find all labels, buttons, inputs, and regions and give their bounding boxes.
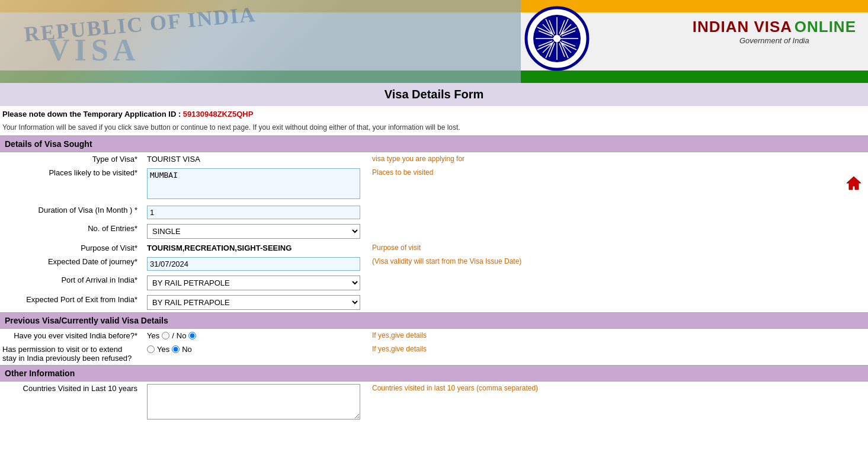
home-icon-area[interactable] <box>845 175 862 194</box>
no-of-entries-help <box>367 222 868 241</box>
type-of-visa-value: TOURIST VISA <box>142 152 367 166</box>
expected-date-help: (Visa validity will start from the Visa … <box>367 255 868 273</box>
app-id-label: Please note down the Temporary Applicati… <box>2 110 183 118</box>
duration-input[interactable] <box>147 206 360 219</box>
port-of-arrival-select[interactable]: BY RAIL PETRAPOLE BY AIR MUMBAI BY AIR D… <box>147 276 360 290</box>
expected-date-input[interactable] <box>147 257 360 271</box>
places-to-visit-row: Places likely to be visited* MUMBAI Plac… <box>0 166 868 203</box>
port-of-exit-row: Expected Port of Exit from India* BY RAI… <box>0 293 868 312</box>
app-id-row: Please note down the Temporary Applicati… <box>0 106 868 122</box>
ashoka-wheel <box>524 6 590 71</box>
no-of-entries-input-cell: SINGLE DOUBLE MULTIPLE <box>142 222 367 241</box>
svg-point-27 <box>553 35 560 42</box>
places-to-visit-input-cell: MUMBAI <box>142 166 367 203</box>
purpose-of-visit-label: Purpose of Visit* <box>0 241 142 255</box>
purpose-of-visit-row: Purpose of Visit* TOURISM,RECREATION,SIG… <box>0 241 868 255</box>
port-of-arrival-input-cell: BY RAIL PETRAPOLE BY AIR MUMBAI BY AIR D… <box>142 273 367 293</box>
places-to-visit-label: Places likely to be visited* <box>0 166 142 203</box>
type-of-visa-help: visa type you are applying for <box>367 152 868 166</box>
visited-before-slash: / <box>172 331 174 340</box>
permission-refused-help: If yes,give details <box>367 342 868 365</box>
duration-help <box>367 203 868 222</box>
type-of-visa-label: Type of Visa* <box>0 152 142 166</box>
port-of-exit-select[interactable]: BY RAIL PETRAPOLE BY AIR MUMBAI BY AIR D… <box>147 295 360 310</box>
port-of-exit-input-cell: BY RAIL PETRAPOLE BY AIR MUMBAI BY AIR D… <box>142 293 367 312</box>
countries-visited-input-cell <box>142 382 367 424</box>
visited-before-radio-group: Yes / No <box>147 331 196 340</box>
expected-date-row: Expected Date of journey* (Visa validity… <box>0 255 868 273</box>
previous-visa-table: Have you ever visited India before?* Yes… <box>0 329 868 365</box>
visited-before-no-label: No <box>177 331 187 340</box>
visa-sought-table: Type of Visa* TOURIST VISA visa type you… <box>0 152 868 312</box>
port-of-arrival-label: Port of Arrival in India* <box>0 273 142 293</box>
countries-visited-label: Countries Visited in Last 10 years <box>0 382 142 424</box>
svg-marker-28 <box>847 177 861 190</box>
type-of-visa-row: Type of Visa* TOURIST VISA visa type you… <box>0 152 868 166</box>
page-title: Visa Details Form <box>385 88 483 101</box>
permission-refused-no-radio[interactable] <box>172 345 180 353</box>
permission-refused-no-label: No <box>182 345 192 354</box>
other-info-table: Countries Visited in Last 10 years Count… <box>0 382 868 424</box>
brand-area: INDIAN VISA ONLINE Government of India <box>693 18 856 45</box>
places-to-visit-input[interactable]: MUMBAI <box>147 168 360 199</box>
places-to-visit-help: Places to be visited <box>367 166 868 203</box>
visited-before-yes-label: Yes <box>147 331 159 340</box>
no-of-entries-row: No. of Entries* SINGLE DOUBLE MULTIPLE <box>0 222 868 241</box>
permission-refused-label: Has permission to visit or to extend sta… <box>0 342 142 365</box>
visited-before-input-cell: Yes / No <box>142 329 367 342</box>
permission-refused-radio-group: Yes No <box>147 345 192 354</box>
port-of-exit-help <box>367 293 868 312</box>
permission-refused-input-cell: Yes No <box>142 342 367 365</box>
visa-stamp-text: VISA <box>47 33 140 68</box>
duration-label: Duration of Visa (In Month ) * <box>0 203 142 222</box>
visited-before-help: If yes,give details <box>367 329 868 342</box>
brand-title: INDIAN VISA ONLINE <box>693 18 856 36</box>
countries-visited-input[interactable] <box>147 384 360 419</box>
port-of-arrival-help <box>367 273 868 293</box>
permission-refused-yes-radio[interactable] <box>147 345 155 353</box>
info-text: Your Information will be saved if you cl… <box>0 122 868 136</box>
visited-before-label: Have you ever visited India before?* <box>0 329 142 342</box>
no-of-entries-select[interactable]: SINGLE DOUBLE MULTIPLE <box>147 224 360 239</box>
expected-date-input-cell <box>142 255 367 273</box>
home-icon[interactable] <box>845 175 862 191</box>
port-of-arrival-row: Port of Arrival in India* BY RAIL PETRAP… <box>0 273 868 293</box>
visited-before-yes-radio[interactable] <box>162 332 169 340</box>
countries-visited-help: Countries visited in last 10 years (comm… <box>367 382 868 424</box>
purpose-of-visit-value: TOURISM,RECREATION,SIGHT-SEEING <box>142 241 367 255</box>
duration-input-cell <box>142 203 367 222</box>
visited-before-no-radio[interactable] <box>188 332 196 340</box>
visa-sought-header: Details of Visa Sought <box>0 136 868 152</box>
permission-refused-yes-label: Yes <box>157 345 169 354</box>
no-of-entries-label: No. of Entries* <box>0 222 142 241</box>
countries-visited-row: Countries Visited in Last 10 years Count… <box>0 382 868 424</box>
page-title-bar: Visa Details Form <box>0 83 868 106</box>
visited-before-row: Have you ever visited India before?* Yes… <box>0 329 868 342</box>
permission-refused-row: Has permission to visit or to extend sta… <box>0 342 868 365</box>
brand-gov: Government of India <box>693 36 856 45</box>
purpose-of-visit-help: Purpose of visit <box>367 241 868 255</box>
duration-row: Duration of Visa (In Month ) * <box>0 203 868 222</box>
header-banner: REPUBLIC OF INDIA VISA <box>0 0 868 83</box>
expected-date-label: Expected Date of journey* <box>0 255 142 273</box>
other-info-header: Other Information <box>0 365 868 382</box>
app-id-value: 59130948ZKZ5QHP <box>183 110 254 118</box>
previous-visa-header: Previous Visa/Currently valid Visa Detai… <box>0 312 868 329</box>
port-of-exit-label: Expected Port of Exit from India* <box>0 293 142 312</box>
